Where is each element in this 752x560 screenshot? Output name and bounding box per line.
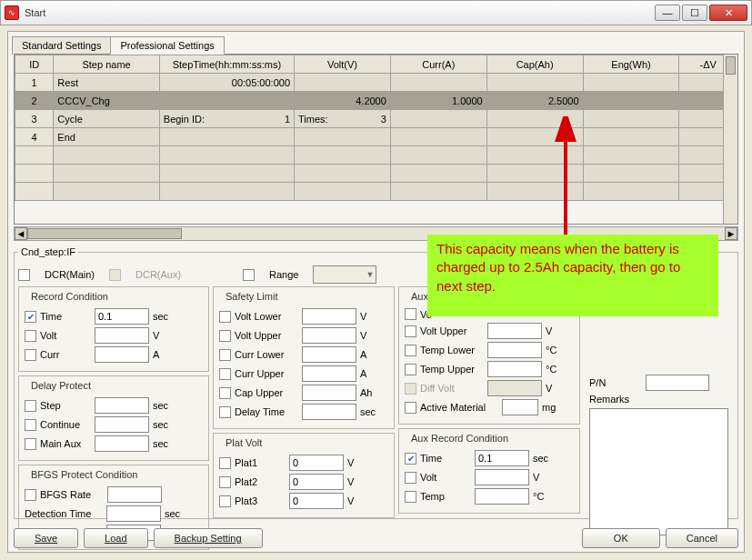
curr-lower-checkbox[interactable] xyxy=(219,349,231,361)
hscroll-right-icon[interactable]: ► xyxy=(725,227,737,240)
hscroll-thumb[interactable] xyxy=(27,228,182,239)
plat3-checkbox[interactable] xyxy=(219,495,231,507)
curr-lower-input[interactable] xyxy=(302,346,356,363)
window-title: Start xyxy=(25,7,655,18)
annotation-callout: This capacity means when the battery is … xyxy=(427,235,718,316)
grid-row-selected[interactable]: 2 CCCV_Chg 4.2000 1.0000 2.5000 xyxy=(15,92,737,110)
curr-checkbox[interactable] xyxy=(25,349,36,361)
col-curr[interactable]: Curr(A) xyxy=(390,55,486,74)
plat3-input[interactable] xyxy=(289,493,344,509)
range-checkbox[interactable] xyxy=(243,269,255,281)
dcr-aux-checkbox xyxy=(109,269,121,281)
cap-upper-input[interactable] xyxy=(302,385,356,401)
step-input[interactable] xyxy=(95,397,149,414)
vscroll-thumb[interactable] xyxy=(726,56,736,75)
aux-volt-upper-checkbox[interactable] xyxy=(405,325,416,337)
grid-row[interactable]: 4 End xyxy=(15,128,737,146)
minimize-button[interactable]: — xyxy=(655,5,680,21)
grid-row[interactable]: 3 Cycle Begin ID:1 Times:3 xyxy=(15,110,737,128)
mainaux-input[interactable] xyxy=(95,435,149,452)
grid-row-empty[interactable] xyxy=(15,146,737,165)
cancel-button[interactable]: Cancel xyxy=(666,528,738,548)
remarks-textarea[interactable] xyxy=(589,408,728,535)
titlebar: ∿ Start — ☐ ✕ xyxy=(0,0,752,25)
bfgs-rate-input[interactable] xyxy=(107,486,162,503)
volt-checkbox[interactable] xyxy=(25,330,36,342)
load-button[interactable]: Load xyxy=(84,528,147,548)
aux-vo-checkbox[interactable] xyxy=(405,308,416,320)
delay-protect-group: Delay Protect Stepsec Continuesec Main A… xyxy=(18,375,209,461)
range-select[interactable]: ▼ xyxy=(313,265,376,284)
dcr-main-checkbox[interactable] xyxy=(18,269,30,281)
active-material-checkbox[interactable] xyxy=(405,402,416,414)
detect-input[interactable] xyxy=(106,505,161,522)
col-steptime[interactable]: StepTime(hh:mm:ss:ms) xyxy=(159,55,294,74)
continue-input[interactable] xyxy=(95,416,149,433)
col-stepname[interactable]: Step name xyxy=(54,55,159,74)
step-grid[interactable]: ID Step name StepTime(hh:mm:ss:ms) Volt(… xyxy=(14,54,738,225)
aux-volt-upper-input[interactable] xyxy=(487,323,542,339)
tab-professional-settings[interactable]: Professional Settings xyxy=(110,36,224,55)
col-cap[interactable]: Cap(Ah) xyxy=(486,55,583,74)
delay-time-input[interactable] xyxy=(302,404,356,420)
volt-lower-checkbox[interactable] xyxy=(219,311,231,323)
tab-standard-settings[interactable]: Standard Settings xyxy=(12,36,111,55)
grid-vscroll[interactable] xyxy=(723,55,737,224)
cnd-step-legend: Cnd_step:IF xyxy=(18,246,78,257)
diff-volt-checkbox xyxy=(405,383,416,395)
volt-upper-checkbox[interactable] xyxy=(219,330,231,342)
diff-volt-input xyxy=(487,380,542,396)
plat-volt-group: Plat Volt Plat1V Plat2V Plat3V xyxy=(213,433,395,518)
plat2-checkbox[interactable] xyxy=(219,476,231,488)
safety-limit-group: Safety Limit Volt LowerV Volt UpperV Cur… xyxy=(213,286,395,429)
volt-upper-input[interactable] xyxy=(302,327,356,344)
backup-setting-button[interactable]: Backup Setting xyxy=(154,528,263,548)
app-icon: ∿ xyxy=(5,5,19,20)
temp-upper-checkbox[interactable] xyxy=(405,364,416,375)
temp-lower-checkbox[interactable] xyxy=(405,345,416,356)
aux-volt-input[interactable] xyxy=(475,469,529,485)
pn-input[interactable] xyxy=(646,375,709,391)
tab-strip: Standard Settings Professional Settings xyxy=(8,35,744,54)
notes-panel: P/N Remarks xyxy=(584,286,734,550)
temp-lower-input[interactable] xyxy=(487,342,542,358)
curr-input[interactable] xyxy=(95,346,149,363)
plat2-input[interactable] xyxy=(289,474,344,490)
grid-row-empty[interactable] xyxy=(15,183,737,201)
chevron-down-icon: ▼ xyxy=(366,270,375,279)
bfgs-rate-checkbox[interactable] xyxy=(25,489,36,501)
temp-upper-input[interactable] xyxy=(487,361,542,377)
ok-button[interactable]: OK xyxy=(582,528,660,548)
maximize-button[interactable]: ☐ xyxy=(682,5,707,21)
bottom-toolbar: Save Load Backup Setting OK Cancel xyxy=(8,528,744,548)
aux-temp-input[interactable] xyxy=(475,488,529,505)
delay-time-checkbox[interactable] xyxy=(219,406,231,418)
volt-input[interactable] xyxy=(95,327,149,344)
mainaux-checkbox[interactable] xyxy=(25,438,36,450)
grid-row-empty[interactable] xyxy=(15,165,737,183)
time-checkbox[interactable] xyxy=(25,311,36,323)
active-material-input[interactable] xyxy=(502,399,538,415)
aux-time-input[interactable] xyxy=(475,450,529,466)
col-id[interactable]: ID xyxy=(15,55,54,74)
curr-upper-input[interactable] xyxy=(302,365,356,382)
hscroll-left-icon[interactable]: ◄ xyxy=(15,227,27,240)
plat1-input[interactable] xyxy=(289,455,344,471)
col-eng[interactable]: Eng(Wh) xyxy=(583,55,679,74)
col-volt[interactable]: Volt(V) xyxy=(295,55,391,74)
grid-row[interactable]: 1 Rest 00:05:00:000 xyxy=(15,74,737,92)
aux-time-checkbox[interactable] xyxy=(405,453,416,465)
cap-cell[interactable]: 2.5000 xyxy=(486,92,583,110)
volt-lower-input[interactable] xyxy=(302,308,356,325)
time-input[interactable] xyxy=(95,308,149,325)
aux-temp-checkbox[interactable] xyxy=(405,491,416,503)
curr-upper-checkbox[interactable] xyxy=(219,368,231,380)
continue-checkbox[interactable] xyxy=(25,419,36,431)
grid-header-row: ID Step name StepTime(hh:mm:ss:ms) Volt(… xyxy=(15,55,737,74)
aux-volt-checkbox[interactable] xyxy=(405,472,416,484)
cap-upper-checkbox[interactable] xyxy=(219,387,231,399)
plat1-checkbox[interactable] xyxy=(219,457,231,469)
close-button[interactable]: ✕ xyxy=(709,5,747,21)
save-button[interactable]: Save xyxy=(14,528,78,548)
step-checkbox[interactable] xyxy=(25,400,36,412)
